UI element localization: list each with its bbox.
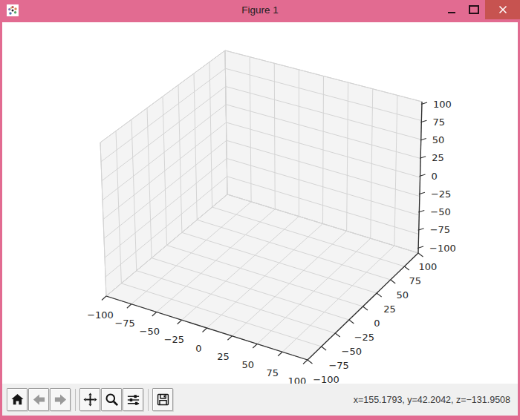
z-tick-label: 25	[432, 152, 444, 163]
z-tick-label: −25	[431, 188, 451, 200]
maximize-button[interactable]	[463, 0, 485, 19]
figure-canvas[interactable]: −100−75−50−250255075100−100−75−50−250255…	[2, 22, 518, 384]
figure-window: Figure 1 −100−75−50−250255075100−100−75−…	[0, 0, 520, 420]
y-tick-label: 0	[374, 318, 380, 329]
y-tick-label: 25	[383, 303, 396, 315]
zoom-magnifier-icon	[105, 393, 119, 407]
y-tick-label: −100	[313, 374, 339, 384]
y-tick	[363, 306, 368, 310]
minimize-icon	[448, 12, 455, 13]
y-tick	[308, 360, 313, 364]
toolbar-save-button[interactable]	[152, 388, 173, 411]
x-tick-label: −25	[164, 334, 184, 345]
y-tick	[349, 320, 354, 324]
close-icon	[498, 5, 507, 14]
y-tick-label: 75	[409, 275, 422, 286]
x-tick	[253, 344, 257, 349]
save-floppy-icon	[156, 393, 170, 407]
y-tick	[418, 253, 423, 257]
toolbar-zoom-button[interactable]	[101, 388, 122, 411]
cursor-position-readout: x=155.1793, y=42.2042, z=−131.9508	[354, 384, 510, 416]
toolbar-home-button[interactable]	[7, 388, 27, 411]
toolbar-pan-button[interactable]	[79, 388, 100, 411]
y-tick	[322, 347, 327, 350]
y-tick-label: 50	[396, 289, 409, 301]
forward-arrow-icon	[53, 393, 68, 407]
home-icon	[10, 393, 25, 407]
x-tick-label: 25	[217, 351, 230, 362]
z-tick-label: 0	[432, 171, 438, 182]
navigation-toolbar: x=155.1793, y=42.2042, z=−131.9508	[2, 384, 518, 416]
close-button[interactable]	[485, 0, 520, 19]
x-tick	[227, 336, 232, 341]
x-tick	[102, 296, 106, 301]
toolbar-separator	[75, 389, 76, 411]
back-arrow-icon	[32, 393, 46, 407]
x-tick	[303, 360, 308, 364]
toolbar-back-button[interactable]	[28, 388, 49, 411]
titlebar[interactable]: Figure 1	[0, 0, 520, 22]
x-tick-label: −100	[87, 309, 114, 321]
x-tick-label: −75	[114, 318, 134, 329]
toolbar-forward-button[interactable]	[50, 388, 71, 411]
y-tick	[404, 266, 409, 270]
maximize-icon	[469, 5, 479, 14]
y-tick	[335, 333, 340, 337]
x-tick	[178, 320, 182, 324]
y-tick-label: −25	[354, 332, 374, 343]
y-tick	[391, 280, 396, 283]
x-tick	[278, 352, 282, 356]
y-tick-label: −75	[328, 360, 348, 371]
x-tick-label: 0	[195, 343, 201, 354]
y-tick	[377, 293, 382, 297]
z-tick-label: −50	[430, 206, 450, 217]
toolbar-configure-subplots-button[interactable]	[123, 388, 143, 411]
toolbar-button-group	[7, 388, 174, 411]
y-tick-label: −50	[342, 346, 362, 357]
z-tick-label: 50	[432, 134, 445, 145]
x-tick-label: 100	[288, 375, 307, 384]
x-tick	[203, 328, 207, 332]
sliders-icon	[126, 393, 140, 407]
z-tick-label: 100	[433, 99, 452, 110]
x-tick	[127, 304, 131, 309]
x-tick	[152, 312, 157, 317]
x-tick-label: −50	[140, 326, 160, 337]
z-tick-label: −75	[430, 224, 450, 235]
y-tick-label: 100	[419, 261, 438, 272]
toolbar-separator	[148, 389, 149, 411]
z-tick-label: −100	[429, 243, 456, 254]
minimize-button[interactable]	[441, 0, 463, 19]
plot-3d-axes[interactable]: −100−75−50−250255075100−100−75−50−250255…	[2, 22, 518, 384]
z-tick-label: 75	[432, 117, 445, 128]
x-tick-label: 75	[267, 367, 279, 378]
pan-arrows-icon	[83, 393, 97, 407]
x-tick-label: 50	[241, 359, 254, 370]
